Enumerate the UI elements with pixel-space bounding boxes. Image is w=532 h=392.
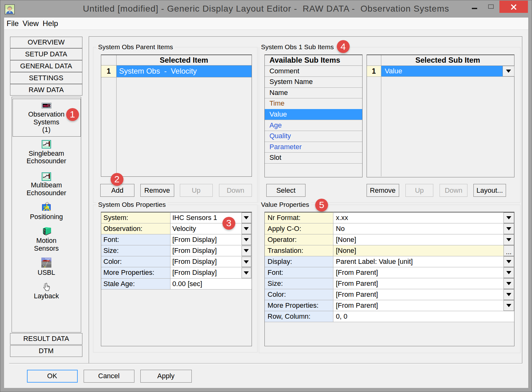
- svg-text:354: 354: [43, 104, 48, 108]
